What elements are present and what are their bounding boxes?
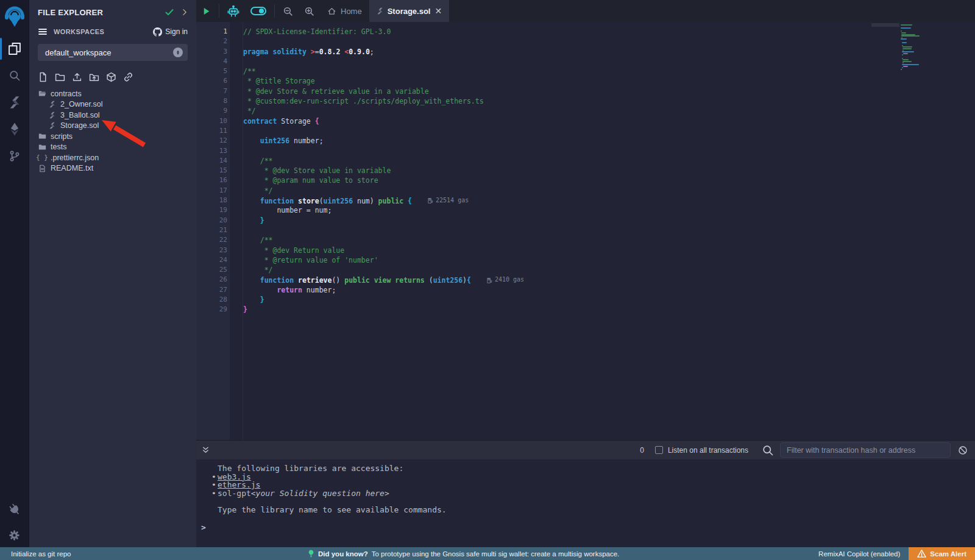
code-line: /** [243, 235, 975, 245]
tree-item-Storage.sol[interactable]: Storage.sol [29, 121, 196, 132]
transaction-filter-input[interactable] [780, 442, 951, 458]
chevron-right-icon[interactable] [180, 8, 189, 16]
toggle-switch-icon [250, 7, 266, 15]
code-line: contract Storage { [243, 116, 975, 126]
tab-home[interactable]: Home [320, 0, 369, 22]
remixai-button[interactable] [222, 0, 245, 22]
line-number: 12 [196, 136, 230, 146]
line-number: 22 [196, 235, 230, 245]
terminal-line [201, 497, 975, 506]
upload-folder-icon[interactable] [89, 72, 99, 82]
run-script-button[interactable] [196, 0, 216, 22]
robot-icon [227, 5, 239, 17]
tree-item-tests[interactable]: tests [29, 142, 196, 153]
tree-item-2_Owner.sol[interactable]: 2_Owner.sol [29, 99, 196, 110]
did-you-know-tip: Did you know? To prototype using the Gno… [308, 550, 619, 558]
copilot-toggle[interactable] [245, 0, 272, 22]
file-label: README.txt [51, 164, 93, 172]
terminal-link[interactable]: ethers.js [218, 481, 260, 489]
plugin-manager-icon [9, 503, 21, 518]
tab-strip: HomeStorage.sol✕ [320, 0, 449, 22]
upload-file-icon[interactable] [72, 72, 82, 82]
code-line: * @dev Store value in variable [243, 166, 975, 175]
line-number: 4 [196, 57, 230, 66]
zoom-in-icon [304, 6, 314, 16]
workspace-sort-icon[interactable]: ▲▼ [173, 48, 183, 57]
sidebar-item-search[interactable] [0, 62, 29, 89]
workspaces-label: WORKSPACES [54, 28, 153, 35]
scam-alert-button[interactable]: Scam Alert [909, 547, 975, 560]
sidebar-item-git[interactable] [0, 143, 29, 169]
listen-checkbox[interactable] [655, 446, 663, 454]
zoom-in-button[interactable] [299, 0, 320, 22]
terminal-line: •ethers.js [201, 481, 975, 489]
file-tree: contracts2_Owner.sol3_Ballot.solStorage.… [29, 88, 196, 174]
gas-estimate: 22514 gas [428, 196, 469, 205]
terminal-prompt[interactable]: > [201, 523, 206, 532]
sidebar-item-solidity-compiler[interactable] [0, 89, 29, 116]
code-line: function store(uint256 num) public {2251… [243, 196, 975, 205]
cube-icon[interactable] [106, 72, 116, 82]
file-label: contracts [51, 90, 82, 98]
init-git-repo-button[interactable]: Initialize as git repo [0, 550, 71, 558]
link-icon[interactable] [123, 72, 133, 82]
new-folder-icon[interactable] [55, 72, 65, 82]
line-number: 21 [196, 225, 230, 235]
workspace-dropdown[interactable]: default_workspace ▲▼ [38, 44, 188, 61]
code-line: * @param num value to store [243, 175, 975, 185]
code-line [243, 126, 975, 136]
warning-icon [917, 549, 926, 558]
sidebar-item-settings[interactable] [0, 523, 29, 547]
sidebar-item-plugin-manager[interactable] [0, 498, 29, 523]
sidebar-item-file-explorer[interactable] [0, 35, 29, 62]
chevrons-down-icon[interactable] [201, 445, 210, 455]
editor-scroll-slider[interactable] [871, 23, 899, 27]
file-toolbar [29, 61, 196, 88]
transaction-count: 0 [640, 446, 644, 455]
line-number: 11 [196, 126, 230, 136]
line-number: 20 [196, 216, 230, 225]
code-line: // SPDX-License-Identifier: GPL-3.0 [243, 27, 975, 37]
close-icon[interactable]: ✕ [434, 6, 442, 16]
tree-item-3_Ballot.sol[interactable]: 3_Ballot.sol [29, 110, 196, 121]
main-area: HomeStorage.sol✕ 12345678910111213141516… [196, 0, 975, 547]
sign-in-button[interactable]: Sign in [153, 27, 188, 37]
zoom-out-button[interactable] [277, 0, 299, 22]
copilot-status[interactable]: RemixAI Copilot (enabled) [818, 550, 900, 558]
file-label: tests [51, 143, 66, 151]
code-line: number = num; [243, 205, 975, 215]
tree-item-contracts[interactable]: contracts [29, 88, 196, 99]
search-icon[interactable] [762, 444, 774, 456]
lightbulb-icon [308, 550, 314, 558]
folder-open-icon [38, 90, 46, 97]
tree-item-README.txt[interactable]: README.txt [29, 163, 196, 174]
sidebar-item-remix-logo[interactable] [0, 1, 29, 35]
icon-sidebar [0, 0, 29, 547]
gas-estimate: 2410 gas [487, 275, 524, 285]
file-label: .prettierrc.json [51, 154, 99, 162]
code-editor[interactable]: 1234567891011121314151617181920212223242… [196, 22, 975, 440]
block-icon[interactable] [958, 445, 968, 455]
terminal-header: 0 Listen on all transactions [196, 440, 975, 459]
terminal-link[interactable]: web3.js [218, 473, 251, 481]
hamburger-icon[interactable] [38, 27, 48, 37]
line-number: 5 [196, 66, 230, 76]
code-line [243, 37, 975, 46]
new-file-icon[interactable] [38, 72, 48, 82]
line-number: 18 [196, 196, 230, 205]
tree-item-scripts[interactable]: scripts [29, 131, 196, 142]
code-line: uint256 number; [243, 136, 975, 146]
solidity-file-icon [48, 122, 56, 129]
sidebar-item-deploy-run[interactable] [0, 116, 29, 143]
line-number: 19 [196, 205, 230, 215]
line-number: 28 [196, 295, 230, 305]
tab-storage.sol[interactable]: Storage.sol✕ [369, 0, 450, 22]
code-line: */ [243, 265, 975, 275]
line-number: 26 [196, 275, 230, 285]
terminal[interactable]: The following libraries are accessible:•… [196, 459, 975, 547]
line-number: 15 [196, 166, 230, 175]
tree-item-.prettierrc.json[interactable]: { }.prettierrc.json [29, 152, 196, 163]
code-line: /** [243, 66, 975, 76]
minimap[interactable] [899, 23, 938, 79]
line-number-gutter: 1234567891011121314151617181920212223242… [196, 22, 230, 440]
